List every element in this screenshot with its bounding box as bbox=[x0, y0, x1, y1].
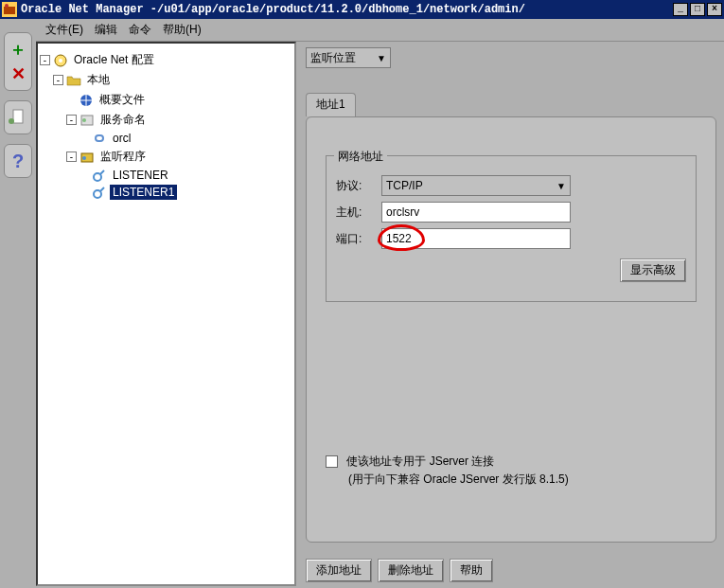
listening-location-select[interactable]: 监听位置 ▼ bbox=[306, 47, 391, 68]
help-icon[interactable]: ? bbox=[5, 149, 31, 173]
close-button[interactable]: × bbox=[707, 3, 722, 16]
menu-edit[interactable]: 编辑 bbox=[95, 22, 117, 38]
port-label: 端口: bbox=[336, 231, 381, 247]
listening-location-value: 监听位置 bbox=[310, 50, 356, 66]
network-address-group: 网络地址 协议: TCP/IP ▼ 主机: bbox=[326, 155, 697, 302]
tree-servicenaming[interactable]: 服务命名 bbox=[97, 111, 149, 129]
tree-listeners[interactable]: 监听程序 bbox=[97, 148, 149, 166]
tree-local[interactable]: 本地 bbox=[84, 71, 113, 89]
group-title: 网络地址 bbox=[334, 149, 387, 165]
svg-point-4 bbox=[9, 118, 14, 124]
form-panel: 监听位置 ▼ 地址1 网络地址 协议: TCP/IP ▼ bbox=[298, 42, 724, 588]
side-toolbar: ＋ ✕ ? bbox=[0, 19, 36, 588]
jserver-check-label: 使该地址专用于 JServer 连接 bbox=[346, 454, 494, 468]
expand-toggle[interactable]: - bbox=[40, 55, 50, 65]
window-title-prefix: Oracle Net Manager - bbox=[21, 3, 157, 16]
delete-button[interactable]: ✕ bbox=[5, 62, 31, 86]
port-input[interactable] bbox=[381, 228, 571, 249]
svg-point-6 bbox=[59, 59, 62, 62]
expand-toggle[interactable]: - bbox=[66, 115, 77, 125]
service-icon bbox=[79, 113, 95, 128]
add-button[interactable]: ＋ bbox=[5, 37, 31, 62]
svg-line-15 bbox=[100, 187, 104, 191]
window-titlebar: Oracle Net Manager - /u01/app/oracle/pro… bbox=[0, 0, 724, 19]
svg-line-13 bbox=[100, 170, 104, 174]
expand-toggle[interactable]: - bbox=[66, 151, 77, 162]
add-address-button[interactable]: 添加地址 bbox=[306, 559, 372, 582]
tree-listener0[interactable]: LISTENER bbox=[110, 168, 171, 183]
listener-folder-icon bbox=[79, 150, 95, 165]
minimize-button[interactable]: _ bbox=[673, 3, 688, 16]
link-icon bbox=[92, 131, 107, 146]
menu-command[interactable]: 命令 bbox=[129, 22, 151, 38]
jserver-note: 使该地址专用于 JServer 连接 (用于向下兼容 Oracle JServe… bbox=[326, 454, 697, 488]
menu-help[interactable]: 帮助(H) bbox=[163, 22, 202, 38]
app-icon bbox=[2, 2, 17, 17]
host-label: 主机: bbox=[336, 205, 381, 221]
svg-point-14 bbox=[94, 190, 101, 198]
window-title-path: /u01/app/oracle/product/11.2.0/dbhome_1/… bbox=[157, 3, 525, 16]
tab-address1[interactable]: 地址1 bbox=[306, 93, 356, 116]
folder-icon bbox=[66, 73, 81, 88]
menu-bar: 文件(E) 编辑 命令 帮助(H) bbox=[36, 19, 724, 42]
menu-file[interactable]: 文件(E) bbox=[45, 22, 83, 38]
help-button[interactable]: 帮助 bbox=[450, 559, 493, 582]
tree-profile[interactable]: 概要文件 bbox=[97, 91, 148, 109]
svg-point-11 bbox=[82, 156, 86, 160]
nav-tree[interactable]: - Oracle Net 配置 - 本地 概要文件 - 服务命 bbox=[36, 42, 296, 586]
tree-listener1[interactable]: LISTENER1 bbox=[110, 185, 177, 200]
expand-toggle[interactable]: - bbox=[53, 75, 63, 85]
document-icon[interactable] bbox=[5, 105, 31, 130]
delete-address-button[interactable]: 删除地址 bbox=[378, 559, 444, 582]
tree-root[interactable]: Oracle Net 配置 bbox=[71, 51, 157, 69]
listener-icon bbox=[92, 185, 107, 200]
protocol-label: 协议: bbox=[336, 178, 381, 194]
chevron-down-icon: ▼ bbox=[377, 53, 386, 63]
tree-orcl[interactable]: orcl bbox=[110, 131, 133, 146]
jserver-checkbox[interactable] bbox=[326, 455, 338, 468]
chevron-down-icon: ▼ bbox=[556, 181, 566, 191]
svg-point-12 bbox=[94, 173, 101, 181]
svg-point-2 bbox=[5, 4, 9, 8]
svg-rect-1 bbox=[4, 7, 15, 14]
maximize-button[interactable]: □ bbox=[690, 3, 705, 16]
protocol-select[interactable]: TCP/IP ▼ bbox=[381, 175, 571, 196]
address-tab-body: 网络地址 协议: TCP/IP ▼ 主机: bbox=[306, 116, 716, 543]
svg-point-9 bbox=[82, 118, 86, 122]
svg-rect-3 bbox=[13, 110, 23, 123]
show-advanced-button[interactable]: 显示高级 bbox=[620, 258, 686, 282]
config-icon bbox=[53, 53, 68, 68]
protocol-value: TCP/IP bbox=[386, 179, 423, 192]
host-input[interactable] bbox=[381, 202, 571, 223]
listener-icon bbox=[92, 168, 107, 183]
globe-icon bbox=[79, 93, 94, 108]
jserver-subtext: (用于向下兼容 Oracle JServer 发行版 8.1.5) bbox=[348, 472, 697, 488]
